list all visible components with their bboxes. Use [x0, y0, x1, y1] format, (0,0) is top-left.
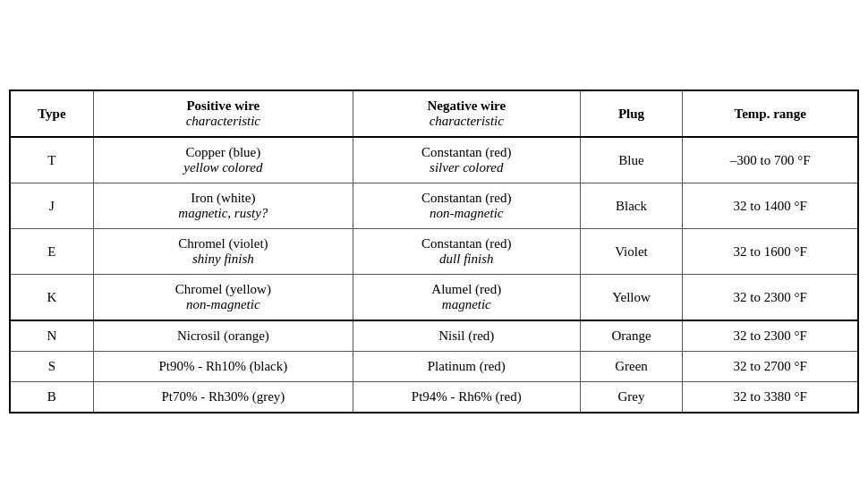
- cell-plug: Green: [580, 352, 683, 382]
- header-negative: Negative wire characteristic: [353, 90, 581, 137]
- table-row: KChromel (yellow)non-magneticAlumel (red…: [10, 275, 858, 321]
- cell-plug: Violet: [580, 229, 683, 275]
- table-row: JIron (white)magnetic, rusty?Constantan …: [10, 183, 858, 229]
- header-type: Type: [10, 90, 93, 137]
- cell-temp: 32 to 2700 °F: [683, 352, 858, 382]
- cell-positive: Nicrosil (orange): [93, 320, 353, 352]
- header-plug: Plug: [580, 90, 683, 137]
- cell-negative: Platinum (red): [353, 352, 581, 382]
- table-row: NNicrosil (orange)Nisil (red)Orange32 to…: [10, 320, 858, 352]
- cell-plug: Blue: [580, 137, 683, 183]
- thermocouple-table: Type Positive wire characteristic Negati…: [9, 90, 859, 413]
- cell-temp: 32 to 1400 °F: [683, 183, 858, 229]
- cell-type: N: [10, 320, 93, 352]
- cell-type: B: [10, 382, 93, 413]
- cell-type: S: [10, 352, 93, 382]
- cell-temp: 32 to 3380 °F: [683, 382, 858, 413]
- cell-negative: Constantan (red)dull finish: [353, 229, 581, 275]
- cell-temp: 32 to 2300 °F: [683, 320, 858, 352]
- cell-negative: Alumel (red)magnetic: [353, 275, 581, 321]
- cell-plug: Yellow: [580, 275, 683, 321]
- cell-temp: 32 to 1600 °F: [683, 229, 858, 275]
- cell-negative: Constantan (red)non-magnetic: [353, 183, 581, 229]
- cell-plug: Black: [580, 183, 683, 229]
- cell-positive: Pt90% - Rh10% (black): [93, 352, 353, 382]
- cell-positive: Chromel (violet)shiny finish: [93, 229, 353, 275]
- cell-type: K: [10, 275, 93, 321]
- cell-plug: Grey: [580, 382, 683, 413]
- table-row: TCopper (blue)yellow coloredConstantan (…: [10, 137, 858, 183]
- cell-type: T: [10, 137, 93, 183]
- cell-plug: Orange: [580, 320, 683, 352]
- cell-positive: Iron (white)magnetic, rusty?: [93, 183, 353, 229]
- table-row: BPt70% - Rh30% (grey)Pt94% - Rh6% (red)G…: [10, 382, 858, 413]
- table-row: EChromel (violet)shiny finishConstantan …: [10, 229, 858, 275]
- cell-negative: Pt94% - Rh6% (red): [353, 382, 581, 413]
- cell-negative: Constantan (red)silver colored: [353, 137, 581, 183]
- cell-temp: 32 to 2300 °F: [683, 275, 858, 321]
- header-positive: Positive wire characteristic: [93, 90, 353, 137]
- header-temp: Temp. range: [683, 90, 858, 137]
- cell-type: E: [10, 229, 93, 275]
- cell-positive: Copper (blue)yellow colored: [93, 137, 353, 183]
- cell-negative: Nisil (red): [353, 320, 581, 352]
- cell-type: J: [10, 183, 93, 229]
- cell-positive: Pt70% - Rh30% (grey): [93, 382, 353, 413]
- cell-positive: Chromel (yellow)non-magnetic: [93, 275, 353, 321]
- cell-temp: –300 to 700 °F: [683, 137, 858, 183]
- header-row: Type Positive wire characteristic Negati…: [10, 90, 858, 137]
- table-row: SPt90% - Rh10% (black)Platinum (red)Gree…: [10, 352, 858, 382]
